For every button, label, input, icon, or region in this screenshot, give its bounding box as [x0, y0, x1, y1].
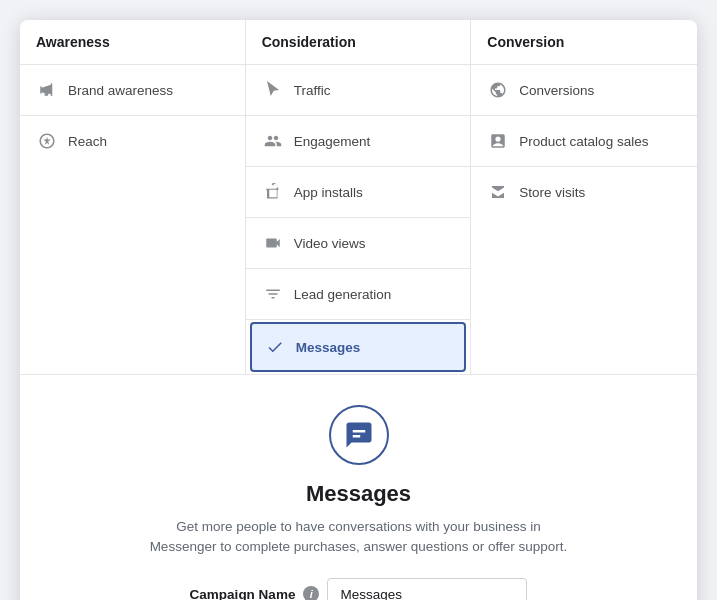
catalog-icon [487, 130, 509, 152]
globe-icon [487, 79, 509, 101]
consideration-column: Consideration Traffic Engagement [246, 20, 472, 374]
objective-grid: Awareness Brand awareness Reach [20, 20, 697, 375]
app-installs-item[interactable]: App installs [246, 167, 471, 218]
conversions-item[interactable]: Conversions [471, 65, 697, 116]
conversions-label: Conversions [519, 83, 594, 98]
video-views-label: Video views [294, 236, 366, 251]
traffic-label: Traffic [294, 83, 331, 98]
product-catalog-sales-label: Product catalog sales [519, 134, 648, 149]
messages-detail-icon [344, 420, 374, 450]
people-icon [262, 130, 284, 152]
modal-container: Awareness Brand awareness Reach [20, 20, 697, 600]
detail-title: Messages [306, 481, 411, 507]
messages-item[interactable]: Messages [250, 322, 467, 372]
checkmark-icon [264, 336, 286, 358]
detail-section: Messages Get more people to have convers… [20, 375, 697, 600]
campaign-name-label: Campaign Name [190, 587, 296, 601]
engagement-item[interactable]: Engagement [246, 116, 471, 167]
cursor-icon [262, 79, 284, 101]
campaign-name-row: Campaign Name i [190, 578, 528, 601]
conversion-header: Conversion [471, 20, 697, 65]
lead-generation-item[interactable]: Lead generation [246, 269, 471, 320]
reach-item[interactable]: Reach [20, 116, 245, 166]
product-catalog-sales-item[interactable]: Product catalog sales [471, 116, 697, 167]
app-installs-label: App installs [294, 185, 363, 200]
reach-icon [36, 130, 58, 152]
box-icon [262, 181, 284, 203]
consideration-header: Consideration [246, 20, 471, 65]
conversion-column: Conversion Conversions Product catalog s… [471, 20, 697, 374]
detail-description: Get more people to have conversations wi… [149, 517, 569, 558]
awareness-column: Awareness Brand awareness Reach [20, 20, 246, 374]
video-views-item[interactable]: Video views [246, 218, 471, 269]
awareness-header: Awareness [20, 20, 245, 65]
traffic-item[interactable]: Traffic [246, 65, 471, 116]
info-icon[interactable]: i [303, 586, 319, 600]
reach-label: Reach [68, 134, 107, 149]
store-visits-item[interactable]: Store visits [471, 167, 697, 217]
detail-icon-circle [329, 405, 389, 465]
brand-awareness-label: Brand awareness [68, 83, 173, 98]
messages-label: Messages [296, 340, 361, 355]
filter-icon [262, 283, 284, 305]
megaphone-icon [36, 79, 58, 101]
video-icon [262, 232, 284, 254]
store-icon [487, 181, 509, 203]
engagement-label: Engagement [294, 134, 371, 149]
brand-awareness-item[interactable]: Brand awareness [20, 65, 245, 116]
store-visits-label: Store visits [519, 185, 585, 200]
campaign-name-input[interactable] [327, 578, 527, 601]
lead-generation-label: Lead generation [294, 287, 392, 302]
